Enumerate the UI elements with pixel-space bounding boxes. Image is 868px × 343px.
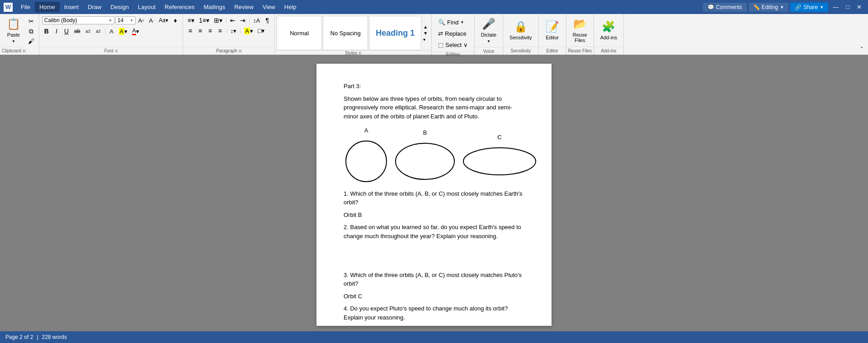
voice-band: 🎤 Dictate ▼ Voice xyxy=(475,14,503,55)
paste-icon: 📋 xyxy=(7,18,20,30)
styles-expand-icon[interactable]: ⎘ xyxy=(359,51,361,56)
align-center-button[interactable]: ≡ xyxy=(196,26,205,35)
font-row-1: Calibri (Body) ▼ 14 ▼ A+ A- Aa▾ ♦ xyxy=(42,16,180,25)
clear-formatting-button[interactable]: ♦ xyxy=(171,16,180,25)
orbit-c-label: C xyxy=(497,133,501,142)
question-2: 2. Based on what you learned so far, do … xyxy=(344,223,524,240)
copy-button[interactable]: ⧉ xyxy=(26,27,36,36)
add-ins-label: Add-ins xyxy=(594,47,623,55)
part-label: Part 3: xyxy=(344,82,524,91)
subscript-button[interactable]: x2 xyxy=(83,27,93,36)
chevron-down-icon-share: ▼ xyxy=(820,5,824,9)
sensitivity-button[interactable]: 🔒 Sensitivity xyxy=(506,19,536,42)
styles-scroll-up[interactable]: ▲ xyxy=(422,24,429,30)
decrease-indent-button[interactable]: ⇤ xyxy=(228,16,237,25)
menu-references[interactable]: References xyxy=(160,2,199,12)
align-right-button[interactable]: ≡ xyxy=(206,26,215,35)
increase-font-button[interactable]: A+ xyxy=(137,16,146,25)
line-spacing-button[interactable]: ↕▾ xyxy=(229,26,239,35)
editor-button[interactable]: 📝 Editor xyxy=(542,19,563,42)
numbering-button[interactable]: 1≡▾ xyxy=(197,16,211,25)
add-ins-button[interactable]: 🧩 Add-ins xyxy=(597,19,621,42)
reuse-files-icon: 📂 xyxy=(573,18,587,30)
editor-label: Editor xyxy=(539,47,566,55)
font-expand-icon[interactable]: ⎘ xyxy=(115,49,118,53)
format-painter-button[interactable]: 🖌 xyxy=(26,37,36,46)
menu-file[interactable]: File xyxy=(16,2,35,12)
style-normal[interactable]: Normal xyxy=(277,16,322,50)
find-button[interactable]: 🔍 Find ▼ xyxy=(434,18,467,27)
menu-view[interactable]: View xyxy=(258,2,280,12)
styles-label: Styles ⎘ xyxy=(275,50,431,56)
bullets-button[interactable]: ≡▾ xyxy=(186,16,196,25)
borders-button[interactable]: □▾ xyxy=(256,26,266,35)
increase-indent-button[interactable]: ⇥ xyxy=(238,16,247,25)
editing-button[interactable]: ✏️ Editing ▼ xyxy=(749,3,789,12)
superscript-button[interactable]: x2 xyxy=(94,27,103,36)
shading-button[interactable]: A▾ xyxy=(242,26,255,35)
menu-layout[interactable]: Layout xyxy=(133,2,160,12)
replace-button[interactable]: ⇄ Replace xyxy=(434,29,470,38)
menu-mailings[interactable]: Mailings xyxy=(199,2,230,12)
justify-button[interactable]: ≡ xyxy=(216,26,225,35)
sensitivity-icon: 🔒 xyxy=(514,20,528,33)
status-bar: Page 2 of 2 | 228 words xyxy=(0,331,868,343)
orbits-container: A B C xyxy=(344,126,524,184)
menu-insert[interactable]: Insert xyxy=(60,2,84,12)
italic-button[interactable]: I xyxy=(52,27,61,36)
share-button[interactable]: 🔗 Share ▼ xyxy=(790,3,828,12)
paste-button[interactable]: 📋 Paste ▼ xyxy=(3,16,24,45)
menu-review[interactable]: Review xyxy=(230,2,258,12)
font-family-selector[interactable]: Calibri (Body) ▼ xyxy=(42,16,114,24)
paragraph-expand-icon[interactable]: ⎘ xyxy=(239,49,241,53)
style-no-spacing[interactable]: No Spacing xyxy=(323,16,368,50)
underline-button[interactable]: U xyxy=(62,27,71,36)
font-size-selector[interactable]: 14 ▼ xyxy=(115,16,136,24)
clipboard-band: 📋 Paste ▼ Clipboard ⎘ ✂ ⧉ 🖌 xyxy=(0,14,39,55)
font-size-dropdown-icon: ▼ xyxy=(130,19,133,23)
comments-button[interactable]: 💬 Comments xyxy=(703,3,747,12)
reuse-files-button[interactable]: 📂 ReuseFiles xyxy=(569,16,591,45)
style-heading1[interactable]: Heading 1 xyxy=(369,16,421,50)
svg-point-1 xyxy=(396,143,454,179)
orbit-b-svg xyxy=(393,141,457,182)
editing-band: 🔍 Find ▼ ⇄ Replace ⬚ Select ∨ Editing xyxy=(432,14,475,55)
change-case-button[interactable]: Aa▾ xyxy=(157,16,170,25)
dictate-dropdown-icon: ▼ xyxy=(487,39,491,43)
bold-button[interactable]: B xyxy=(42,27,51,36)
document-content: Part 3: Shown below are three types of o… xyxy=(344,82,524,322)
styles-scroll-down[interactable]: ▼ xyxy=(422,30,429,36)
styles-scroll-controls: ▲ ▼ ▾ xyxy=(421,23,429,43)
paragraph-label: Paragraph ⎘ xyxy=(183,47,274,55)
chevron-down-icon: ▼ xyxy=(780,5,784,9)
menu-draw[interactable]: Draw xyxy=(83,2,106,12)
minimize-icon[interactable]: — xyxy=(830,2,841,12)
sort-button[interactable]: ↕A xyxy=(251,16,262,25)
multilevel-button[interactable]: ⊞▾ xyxy=(212,16,224,25)
styles-scroll-expand[interactable]: ▾ xyxy=(422,37,429,42)
menu-home[interactable]: Home xyxy=(35,2,60,12)
editor-icon: 📝 xyxy=(546,20,559,33)
pen-icon: ✏️ xyxy=(753,4,760,10)
orbit-b: B xyxy=(393,128,457,182)
restore-icon[interactable]: □ xyxy=(843,2,852,12)
menu-design[interactable]: Design xyxy=(106,2,133,12)
document-area: Part 3: Shown below are three types of o… xyxy=(0,55,868,331)
microphone-icon: 🎤 xyxy=(482,18,495,30)
select-button[interactable]: ⬚ Select ∨ xyxy=(434,40,472,50)
svg-point-2 xyxy=(463,148,536,175)
font-color-button[interactable]: A▾ xyxy=(130,26,141,36)
align-left-button[interactable]: ≡ xyxy=(186,26,195,35)
text-effects-button[interactable]: A xyxy=(107,27,116,36)
collapse-ribbon-button[interactable]: ⌃ xyxy=(857,44,866,53)
highlight-button[interactable]: A▾ xyxy=(117,27,130,36)
close-icon[interactable]: ✕ xyxy=(854,2,864,12)
decrease-font-button[interactable]: A- xyxy=(147,16,156,25)
cut-button[interactable]: ✂ xyxy=(26,17,36,26)
strikethrough-button[interactable]: ab xyxy=(72,27,82,36)
dictate-button[interactable]: 🎤 Dictate ▼ xyxy=(477,16,500,45)
orbit-c: C xyxy=(461,133,538,177)
menu-help[interactable]: Help xyxy=(280,2,301,12)
intro-text: Shown below are three types of orbits, f… xyxy=(344,94,524,121)
show-marks-button[interactable]: ¶ xyxy=(263,16,272,25)
